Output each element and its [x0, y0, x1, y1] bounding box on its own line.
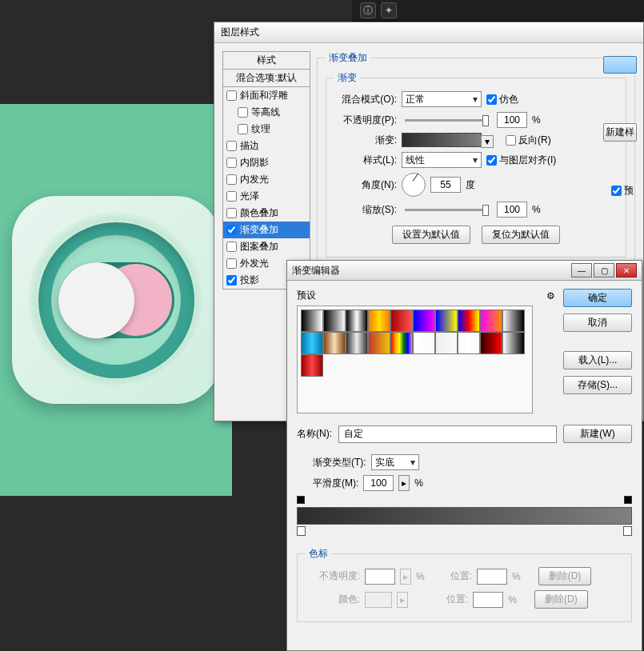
preset-swatch-0[interactable] — [301, 310, 323, 332]
preset-swatch-4[interactable] — [390, 310, 413, 332]
presets-label: 预设 — [297, 289, 316, 302]
color-stops[interactable] — [297, 525, 632, 536]
ok-button[interactable]: 确定 — [563, 289, 632, 307]
app-toolbar: ⓘ ✦ — [352, 0, 644, 22]
style-item-8[interactable]: 渐变叠加 — [223, 222, 310, 238]
gradient-type-label: 渐变类型(T): — [313, 456, 366, 469]
opacity-input[interactable] — [497, 112, 527, 128]
gradient-picker[interactable] — [402, 133, 482, 147]
preset-swatch-3[interactable] — [368, 310, 390, 332]
save-button[interactable]: 存储(S)... — [563, 376, 632, 394]
reverse-checkbox[interactable]: 反向(R) — [506, 134, 551, 147]
preset-swatch-12[interactable] — [346, 332, 368, 354]
gradient-editor-titlebar[interactable]: 渐变编辑器 — ▢ ✕ — [287, 261, 642, 281]
new-button[interactable]: 新建(W) — [563, 425, 632, 443]
styles-header[interactable]: 样式 — [222, 51, 310, 70]
minimize-icon[interactable]: — — [571, 263, 592, 278]
delete-color-stop-button: 删除(D) — [534, 590, 588, 609]
preset-swatch-15[interactable] — [413, 332, 435, 354]
name-input[interactable] — [338, 425, 557, 443]
stop-color-position-label: 位置: — [446, 593, 468, 606]
preset-swatch-19[interactable] — [502, 332, 525, 354]
color-stop-right[interactable] — [623, 526, 632, 536]
preset-swatch-7[interactable] — [458, 310, 480, 332]
style-label: 样式(L): — [334, 154, 397, 167]
stop-opacity-label: 不透明度: — [306, 569, 360, 583]
name-label: 名称(N): — [297, 427, 332, 441]
info-icon[interactable]: ⓘ — [360, 2, 376, 18]
style-item-1[interactable]: 等高线 — [223, 104, 310, 121]
stop-position-label: 位置: — [450, 569, 472, 583]
style-item-4[interactable]: 内阴影 — [223, 154, 310, 171]
canvas — [0, 104, 232, 496]
preset-swatch-6[interactable] — [435, 310, 458, 332]
style-dropdown[interactable]: 线性 — [402, 152, 482, 168]
preset-swatch-10[interactable] — [301, 332, 323, 354]
style-item-3[interactable]: 描边 — [223, 138, 310, 154]
gradient-label: 渐变: — [334, 134, 397, 147]
smoothness-stepper[interactable]: ▸ — [398, 475, 410, 491]
gradient-overlay-fieldset: 渐变叠加 渐变 混合模式(O): 正常 仿色 不透明度(P): % — [317, 51, 635, 271]
preset-box[interactable] — [297, 306, 533, 413]
load-button[interactable]: 载入(L)... — [563, 351, 632, 369]
new-style-button[interactable]: 新建样 — [603, 123, 637, 142]
opacity-stops[interactable] — [297, 496, 632, 507]
preset-swatch-2[interactable] — [346, 310, 368, 332]
gear-icon[interactable] — [546, 290, 555, 302]
angle-input[interactable] — [430, 177, 461, 193]
preset-swatch-17[interactable] — [458, 332, 480, 354]
blend-mode-dropdown[interactable]: 正常 — [402, 91, 482, 107]
ok-button-partial[interactable] — [603, 56, 637, 74]
gradient-editor-dialog: 渐变编辑器 — ▢ ✕ 预设 确定 取消 载入(L)... 存 — [286, 260, 642, 651]
scale-input[interactable] — [497, 202, 527, 218]
preset-swatch-8[interactable] — [480, 310, 502, 332]
style-item-9[interactable]: 图案叠加 — [223, 238, 310, 255]
style-item-5[interactable]: 内发光 — [223, 171, 310, 188]
dither-checkbox[interactable]: 仿色 — [486, 93, 518, 106]
set-default-button[interactable]: 设置为默认值 — [392, 226, 470, 244]
align-checkbox[interactable]: 与图层对齐(I) — [486, 154, 556, 167]
preset-swatch-11[interactable] — [323, 332, 346, 354]
close-icon[interactable]: ✕ — [616, 263, 637, 278]
dialog-title[interactable]: 图层样式 — [214, 22, 643, 43]
preset-swatch-9[interactable] — [502, 310, 525, 332]
preset-swatch-18[interactable] — [480, 332, 502, 354]
preset-swatch-5[interactable] — [413, 310, 435, 332]
preset-swatch-14[interactable] — [390, 332, 413, 354]
maximize-icon[interactable]: ▢ — [594, 263, 614, 278]
angle-label: 角度(N): — [334, 178, 397, 192]
opacity-stop-right[interactable] — [624, 496, 632, 504]
stops-fieldset: 色标 不透明度: ▸ % 位置: % 删除(D) 颜色: ▸ 位置: % — [297, 547, 632, 622]
gradient-bar[interactable] — [297, 507, 632, 525]
opacity-stop-left[interactable] — [297, 496, 305, 504]
preset-swatch-1[interactable] — [323, 310, 346, 332]
reset-default-button[interactable]: 复位为默认值 — [482, 226, 560, 244]
icon-preview — [12, 196, 220, 404]
color-stop-left[interactable] — [297, 526, 306, 536]
style-item-6[interactable]: 光泽 — [223, 188, 310, 205]
gradient-type-dropdown[interactable]: 实底 — [371, 454, 419, 470]
preset-swatch-13[interactable] — [368, 332, 390, 354]
scale-label: 缩放(S): — [334, 203, 397, 217]
style-item-2[interactable]: 纹理 — [223, 121, 310, 138]
preset-swatch-16[interactable] — [435, 332, 458, 354]
scale-slider[interactable] — [405, 209, 489, 211]
preview-checkbox[interactable]: 预 — [611, 184, 634, 198]
blend-mode-label: 混合模式(O): — [334, 93, 397, 106]
opacity-slider[interactable] — [405, 119, 489, 122]
blend-options-default[interactable]: 混合选项:默认 — [222, 70, 310, 87]
style-item-0[interactable]: 斜面和浮雕 — [223, 87, 310, 104]
stop-color-position-input — [473, 592, 503, 608]
angle-dial[interactable] — [402, 173, 426, 197]
gradient-section: 渐变 — [334, 71, 360, 85]
gradient-editor-title: 渐变编辑器 — [292, 264, 340, 278]
stop-position-input — [477, 569, 507, 585]
cancel-button[interactable]: 取消 — [563, 314, 632, 332]
preset-swatch-20[interactable] — [301, 354, 323, 377]
stops-title: 色标 — [306, 547, 331, 561]
opacity-label: 不透明度(P): — [334, 114, 397, 127]
panel-title: 渐变叠加 — [326, 51, 370, 65]
style-item-7[interactable]: 颜色叠加 — [223, 205, 310, 222]
smoothness-input[interactable] — [363, 475, 394, 491]
wand-icon[interactable]: ✦ — [381, 2, 397, 18]
